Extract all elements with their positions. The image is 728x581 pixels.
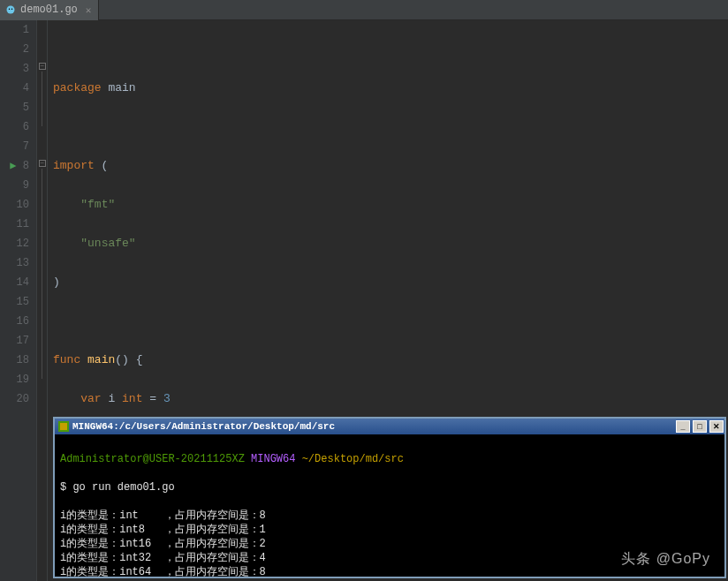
code-line: ) — [53, 273, 728, 292]
line-number: 11 — [0, 215, 29, 234]
line-number: 2 — [0, 40, 29, 59]
terminal-window[interactable]: MINGW64:/c/Users/Administrator/Desktop/m… — [53, 417, 726, 578]
line-number: 13 — [0, 253, 29, 273]
terminal-output-line: i的类型是：int ，占用内存空间是：8 — [60, 509, 719, 523]
terminal-command-line: $ go run demo01.go — [60, 480, 719, 494]
close-icon[interactable]: ✕ — [86, 4, 92, 16]
code-line: package main — [53, 79, 728, 98]
line-number: 15 — [0, 292, 29, 312]
line-number: 6 — [0, 117, 29, 137]
line-number: 18 — [0, 351, 29, 370]
svg-point-2 — [11, 9, 13, 11]
terminal-output-line: i的类型是：int64 ，占用内存空间是：8 — [60, 565, 719, 579]
line-number: 19 — [0, 370, 29, 389]
maximize-button[interactable]: □ — [693, 420, 707, 433]
fold-guide — [42, 169, 42, 379]
file-tab-label: demo01.go — [20, 4, 78, 16]
line-number: 12 — [0, 234, 29, 253]
line-number: 5 — [0, 98, 29, 117]
fold-guide — [42, 72, 42, 126]
fold-icon[interactable]: − — [39, 160, 46, 167]
code-line — [53, 312, 728, 331]
code-line — [53, 117, 728, 137]
code-line: "unsafe" — [53, 234, 728, 253]
terminal-title: MINGW64:/c/Users/Administrator/Desktop/m… — [72, 421, 335, 432]
code-line: import ( — [53, 156, 728, 176]
svg-rect-4 — [60, 423, 67, 430]
terminal-output-line: i的类型是：int8 ，占用内存空间是：1 — [60, 523, 719, 537]
terminal-body[interactable]: Administrator@USER-20211125XZ MINGW64 ~/… — [55, 434, 724, 581]
line-number: 4 — [0, 79, 29, 98]
line-number: 9 — [0, 176, 29, 195]
line-number: 17 — [0, 331, 29, 351]
minimize-button[interactable]: _ — [676, 420, 690, 433]
code-line: "fmt" — [53, 195, 728, 215]
terminal-output-line: i的类型是：int16 ，占用内存空间是：2 — [60, 537, 719, 551]
terminal-icon — [58, 421, 69, 432]
terminal-prompt-line: Administrator@USER-20211125XZ MINGW64 ~/… — [60, 452, 719, 466]
line-number: 20 — [0, 389, 29, 409]
line-number: ▶ 8 — [0, 156, 29, 176]
line-number: 14 — [0, 273, 29, 292]
fold-column: − − — [37, 20, 48, 581]
svg-point-0 — [7, 6, 15, 14]
line-number: 3 — [0, 59, 29, 79]
code-line: var i int = 3 — [53, 389, 728, 409]
close-button[interactable]: ✕ — [709, 420, 724, 433]
tab-bar: demo01.go ✕ — [0, 0, 728, 20]
fold-icon[interactable]: − — [39, 63, 46, 70]
line-number: 16 — [0, 312, 29, 331]
terminal-titlebar[interactable]: MINGW64:/c/Users/Administrator/Desktop/m… — [55, 419, 724, 434]
go-file-icon — [5, 4, 16, 15]
terminal-output-line: i的类型是：int32 ，占用内存空间是：4 — [60, 551, 719, 565]
line-number: 7 — [0, 137, 29, 156]
file-tab-demo01[interactable]: demo01.go ✕ — [0, 0, 99, 20]
line-number-gutter: 1234567▶ 891011121314151617181920 — [0, 20, 37, 581]
line-number: 1 — [0, 20, 29, 40]
code-line: func main() { — [53, 351, 728, 370]
line-number: 10 — [0, 195, 29, 215]
svg-point-1 — [9, 9, 11, 11]
